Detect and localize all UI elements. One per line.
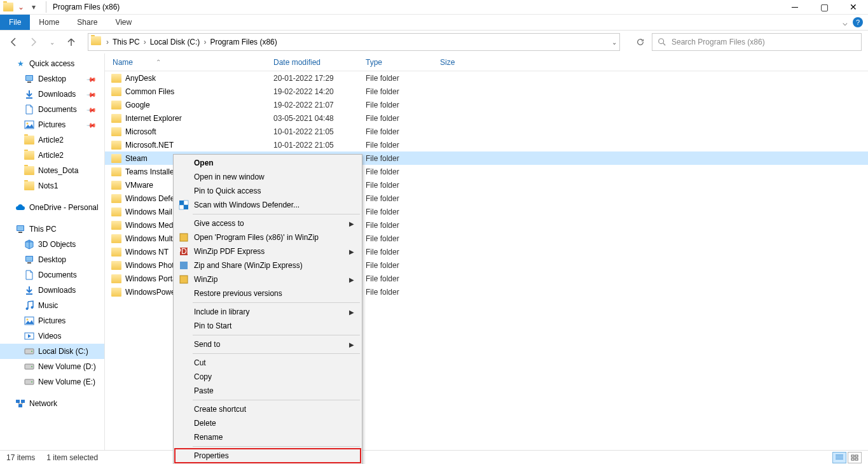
file-type: File folder [366, 261, 440, 270]
chevron-right-icon[interactable]: › [142, 38, 148, 46]
minimize-button[interactable]: ─ [780, 0, 809, 15]
cm-paste[interactable]: Paste [175, 384, 361, 398]
sidebar-item-desktop[interactable]: Desktop [0, 252, 104, 267]
file-row[interactable]: Microsoft.NET10-01-2022 21:05File folder [105, 138, 868, 151]
chevron-right-icon[interactable]: › [105, 38, 110, 46]
view-large-icons-button[interactable] [848, 452, 862, 463]
file-row[interactable]: Internet Explorer03-05-2021 04:48File fo… [105, 111, 868, 125]
cm-winzip[interactable]: WinZip▶ [175, 272, 361, 286]
cm-copy[interactable]: Copy [175, 370, 361, 384]
sidebar-item-notes_dota[interactable]: Notes_Dota [0, 163, 104, 178]
chevron-right-icon: ▶ [349, 309, 354, 316]
documents-icon [24, 104, 34, 115]
sidebar-item-article2[interactable]: Article2 [0, 132, 104, 148]
column-name[interactable]: Name⌃ [111, 58, 273, 67]
sidebar-item-downloads[interactable]: Downloads📌 [0, 87, 104, 102]
sidebar-item-new-volume-e-[interactable]: New Volume (E:) [0, 374, 104, 390]
column-type[interactable]: Type [366, 58, 440, 67]
desktop-icon [24, 74, 34, 84]
sidebar-onedrive[interactable]: OneDrive - Personal [0, 200, 104, 215]
file-date: 19-02-2022 21:07 [273, 101, 366, 109]
file-row[interactable]: Microsoft10-01-2022 21:05File folder [105, 125, 868, 138]
recent-locations-icon[interactable]: ⌄ [45, 34, 60, 50]
tab-file[interactable]: File [0, 15, 30, 30]
sidebar-item-pictures[interactable]: Pictures [0, 313, 104, 328]
file-name: Windows Mail [125, 207, 172, 216]
refresh-button[interactable] [633, 34, 648, 50]
column-size[interactable]: Size [440, 58, 491, 67]
cm-delete[interactable]: Delete [175, 416, 361, 430]
folder-icon [24, 150, 34, 160]
file-name: VMware [125, 181, 153, 190]
qat-dropdown-icon[interactable]: ⌄ [15, 1, 27, 13]
svg-rect-33 [180, 234, 188, 241]
help-icon[interactable]: ? [853, 17, 863, 27]
address-dropdown-icon[interactable]: ⌄ [612, 39, 617, 46]
sidebar-item-documents[interactable]: Documents📌 [0, 102, 104, 117]
chevron-right-icon: ▶ [349, 276, 354, 283]
file-name: Internet Explorer [125, 114, 182, 123]
tab-view[interactable]: View [106, 15, 141, 30]
file-date: 10-01-2022 21:05 [273, 127, 366, 136]
sort-indicator-icon: ⌃ [156, 59, 161, 66]
downloads-icon [24, 285, 34, 295]
view-details-button[interactable] [832, 452, 846, 463]
qat-overflow-icon[interactable]: ▾ [28, 1, 39, 13]
search-input[interactable]: Search Program Files (x86) [652, 33, 862, 51]
cm-open[interactable]: Open [175, 156, 361, 170]
sidebar-item-desktop[interactable]: Desktop📌 [0, 71, 104, 87]
close-button[interactable]: ✕ [839, 0, 868, 15]
file-name: Google [125, 101, 150, 109]
sidebar-item-documents[interactable]: Documents [0, 267, 104, 283]
breadcrumb-item[interactable]: Local Disk (C:) [148, 38, 203, 46]
folder-icon [111, 261, 121, 270]
sidebar-item-downloads[interactable]: Downloads [0, 283, 104, 298]
tab-home[interactable]: Home [30, 15, 68, 30]
cm-rename[interactable]: Rename [175, 430, 361, 444]
sidebar-network[interactable]: Network [0, 396, 104, 411]
maximize-button[interactable]: ▢ [809, 0, 839, 15]
file-row[interactable]: Google19-02-2022 21:07File folder [105, 98, 868, 111]
sidebar-item-music[interactable]: Music [0, 298, 104, 313]
cm-pin-quick-access[interactable]: Pin to Quick access [175, 184, 361, 198]
file-row[interactable]: Common Files19-02-2022 14:20File folder [105, 85, 868, 98]
column-date[interactable]: Date modified [273, 58, 366, 67]
cm-cut[interactable]: Cut [175, 356, 361, 370]
sidebar-item-videos[interactable]: Videos [0, 328, 104, 344]
address-bar[interactable]: › This PC › Local Disk (C:) › Program Fi… [88, 33, 620, 51]
sidebar-item-pictures[interactable]: Pictures📌 [0, 117, 104, 132]
up-button[interactable] [64, 34, 79, 50]
zip-icon [178, 260, 189, 271]
sidebar-this-pc[interactable]: This PC [0, 221, 104, 237]
file-row[interactable]: AnyDesk20-01-2022 17:29File folder [105, 71, 868, 85]
ribbon-expand-icon[interactable]: ⌵ [843, 18, 848, 27]
cm-winzip-pdf[interactable]: PDF WinZip PDF Express▶ [175, 244, 361, 258]
cm-pin-start[interactable]: Pin to Start [175, 319, 361, 333]
sidebar-quick-access[interactable]: ★ Quick access [0, 56, 104, 71]
cm-open-winzip[interactable]: Open 'Program Files (x86)' in WinZip [175, 230, 361, 244]
back-button[interactable] [6, 34, 22, 50]
cm-scan-defender[interactable]: Scan with Windows Defender... [175, 198, 361, 212]
cm-send-to[interactable]: Send to▶ [175, 337, 361, 351]
cm-properties[interactable]: Properties [175, 449, 361, 463]
disk-icon [24, 346, 34, 356]
sidebar-item-article2[interactable]: Article2 [0, 148, 104, 163]
chevron-right-icon[interactable]: › [202, 38, 207, 46]
cm-open-new-window[interactable]: Open in new window [175, 170, 361, 184]
cm-create-shortcut[interactable]: Create shortcut [175, 402, 361, 416]
sidebar-item-new-volume-d-[interactable]: New Volume (D:) [0, 359, 104, 374]
svg-rect-9 [17, 226, 24, 230]
sidebar-item-3d-objects[interactable]: 3D Objects [0, 237, 104, 252]
cm-restore-previous[interactable]: Restore previous versions [175, 286, 361, 300]
sidebar-item-nots1[interactable]: Nots1 [0, 178, 104, 193]
breadcrumb-item[interactable]: Program Files (x86) [207, 38, 279, 46]
forward-button[interactable] [25, 34, 41, 50]
cm-include-library[interactable]: Include in library▶ [175, 305, 361, 319]
file-type: File folder [366, 141, 440, 150]
breadcrumb-item[interactable]: This PC [110, 38, 142, 46]
sidebar-item-local-disk-c-[interactable]: Local Disk (C:) [0, 344, 104, 359]
folder-icon [3, 1, 14, 13]
cm-give-access[interactable]: Give access to▶ [175, 216, 361, 230]
cm-zip-share[interactable]: Zip and Share (WinZip Express) [175, 258, 361, 272]
tab-share[interactable]: Share [68, 15, 106, 30]
